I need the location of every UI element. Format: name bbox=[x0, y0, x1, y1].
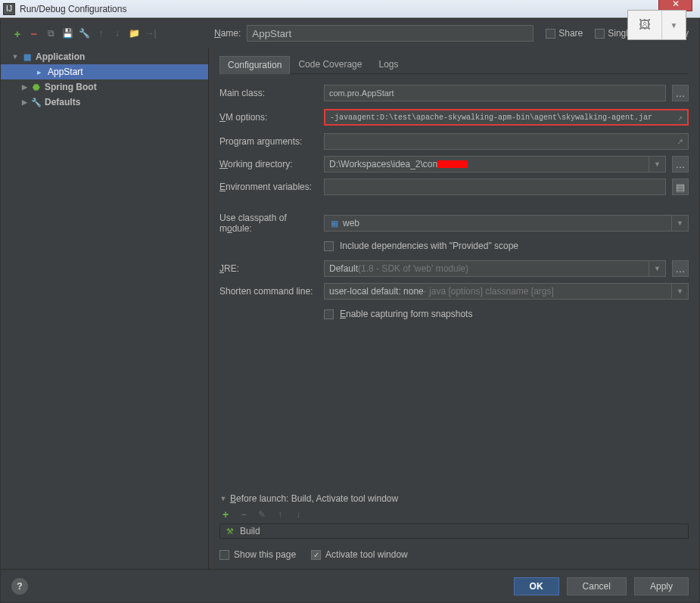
tree-label: Spring Boot bbox=[45, 82, 97, 92]
enable-capture-checkbox[interactable] bbox=[324, 309, 334, 319]
name-input[interactable] bbox=[247, 25, 534, 42]
include-deps-label: Include dependencies with "Provided" sco… bbox=[340, 241, 518, 251]
module-icon: ▦ bbox=[329, 218, 340, 228]
remove-config-button[interactable]: − bbox=[28, 27, 40, 39]
before-launch-header[interactable]: ▼ Before launch: Build, Activate tool wi… bbox=[219, 493, 689, 504]
working-dir-input[interactable]: D:\Workspaces\idea_2\con▼ bbox=[324, 156, 666, 173]
defaults-icon: 🔧 bbox=[31, 97, 42, 107]
before-launch-list[interactable]: ⚒ Build bbox=[219, 524, 689, 539]
show-page-checkbox[interactable] bbox=[219, 550, 229, 560]
application-icon: ▦ bbox=[22, 51, 33, 62]
window-title: Run/Debug Configurations bbox=[20, 4, 126, 14]
working-dir-label: Working directory: bbox=[219, 159, 318, 169]
edit-task-button[interactable]: ✎ bbox=[256, 508, 268, 521]
share-checkbox[interactable] bbox=[546, 29, 555, 39]
share-label: Share bbox=[558, 28, 583, 39]
main-class-label: Main class: bbox=[219, 88, 318, 98]
save-config-button[interactable]: 💾 bbox=[61, 27, 73, 39]
add-task-button[interactable]: + bbox=[219, 508, 232, 521]
run-config-icon: ▸ bbox=[34, 67, 45, 77]
activate-tool-checkbox[interactable] bbox=[311, 550, 321, 560]
remove-task-button[interactable]: − bbox=[238, 508, 250, 521]
jre-dropdown[interactable]: Default (1.8 - SDK of 'web' module)▼ bbox=[324, 260, 666, 277]
vm-options-label: VM options: bbox=[219, 112, 318, 123]
titlebar: IJ Run/Debug Configurations ✕ bbox=[0, 0, 700, 18]
expand-arrow-icon: ▼ bbox=[219, 495, 227, 502]
program-args-input[interactable]: ↗ bbox=[324, 133, 689, 150]
collapse-arrow-icon: ▶ bbox=[20, 83, 28, 91]
browse-jre-button[interactable]: … bbox=[672, 260, 689, 277]
tab-logs[interactable]: Logs bbox=[370, 55, 406, 73]
include-deps-checkbox[interactable] bbox=[324, 241, 334, 251]
show-page-label: Show this page bbox=[234, 549, 296, 560]
spring-boot-icon: ⬣ bbox=[31, 82, 42, 92]
config-toolbar: + − ⧉ 💾 🔧 ↑ ↓ 📁 →| bbox=[11, 27, 208, 39]
main-class-input[interactable]: com.pro.AppStart bbox=[324, 85, 666, 101]
move-up-button[interactable]: ↑ bbox=[95, 27, 107, 39]
help-button[interactable]: ? bbox=[11, 578, 28, 595]
classpath-dropdown[interactable]: ▦web▼ bbox=[324, 215, 689, 232]
program-args-label: Program arguments: bbox=[219, 136, 318, 147]
app-icon: IJ bbox=[3, 3, 15, 15]
move-down-button[interactable]: ↓ bbox=[111, 27, 123, 39]
before-launch-section: ▼ Before launch: Build, Activate tool wi… bbox=[219, 493, 689, 566]
config-tabs: Configuration Code Coverage Logs bbox=[219, 55, 689, 74]
tree-node-spring-boot[interactable]: ▶ ⬣ Spring Boot bbox=[1, 79, 208, 95]
tree-node-appstart[interactable]: ▸ AppStart bbox=[1, 64, 208, 79]
chevron-down-icon: ▼ bbox=[649, 261, 661, 276]
tree-node-application[interactable]: ▼ ▦ Application bbox=[1, 49, 208, 64]
add-config-button[interactable]: + bbox=[11, 27, 23, 39]
expand-arrow-icon: ▼ bbox=[11, 53, 19, 61]
env-vars-label: Environment variables: bbox=[219, 182, 318, 192]
before-launch-title: Before launch: Build, Activate tool wind… bbox=[230, 493, 398, 504]
overlay-widget: 🖼 ▼ bbox=[627, 10, 686, 40]
edit-defaults-button[interactable]: 🔧 bbox=[78, 27, 90, 39]
config-tree: ▼ ▦ Application ▸ AppStart ▶ ⬣ Spring Bo… bbox=[1, 48, 209, 569]
vm-options-input[interactable]: -javaagent:D:\test\apache-skywalking-apm… bbox=[324, 109, 689, 126]
chevron-down-icon: ▼ bbox=[649, 157, 661, 172]
chevron-down-icon: ▼ bbox=[671, 284, 683, 299]
tab-configuration[interactable]: Configuration bbox=[219, 56, 290, 74]
build-icon: ⚒ bbox=[225, 526, 235, 536]
folder-button[interactable]: 📁 bbox=[128, 27, 140, 39]
jre-label: JRE: bbox=[219, 263, 318, 274]
name-label: Name: bbox=[214, 28, 241, 39]
tab-code-coverage[interactable]: Code Coverage bbox=[290, 55, 370, 73]
chevron-down-icon[interactable]: ▼ bbox=[662, 11, 686, 39]
ok-button[interactable]: OK bbox=[514, 577, 559, 595]
build-task-label: Build bbox=[240, 526, 260, 536]
shorten-dropdown[interactable]: user-local default: none - java [options… bbox=[324, 283, 689, 300]
tree-label: Application bbox=[36, 51, 85, 62]
activate-tool-label: Activate tool window bbox=[325, 549, 408, 560]
collapse-arrow-icon: ▶ bbox=[20, 98, 28, 106]
tree-label: AppStart bbox=[48, 67, 83, 77]
chevron-down-icon: ▼ bbox=[671, 216, 683, 231]
copy-config-button[interactable]: ⧉ bbox=[45, 27, 57, 39]
redacted-text bbox=[437, 160, 468, 168]
classpath-label: Use classpath of module: bbox=[219, 213, 318, 234]
env-vars-input[interactable] bbox=[324, 179, 666, 195]
single-instance-checkbox[interactable] bbox=[595, 29, 605, 39]
cancel-button[interactable]: Cancel bbox=[567, 577, 627, 595]
collapse-button[interactable]: →| bbox=[145, 27, 157, 39]
browse-working-dir-button[interactable]: … bbox=[672, 156, 689, 173]
browse-main-class-button[interactable]: … bbox=[672, 85, 689, 101]
apply-button[interactable]: Apply bbox=[634, 577, 689, 595]
enable-capture-label: Enable capturing form snapshots bbox=[340, 309, 472, 319]
tree-node-defaults[interactable]: ▶ 🔧 Defaults bbox=[1, 95, 208, 110]
edit-env-vars-button[interactable]: ▤ bbox=[672, 179, 689, 195]
expand-icon[interactable]: ↗ bbox=[677, 113, 683, 123]
move-task-down-button[interactable]: ↓ bbox=[292, 508, 304, 521]
expand-icon[interactable]: ↗ bbox=[677, 137, 683, 147]
move-task-up-button[interactable]: ↑ bbox=[274, 508, 286, 521]
tree-label: Defaults bbox=[45, 97, 80, 107]
shorten-label: Shorten command line: bbox=[219, 286, 318, 297]
image-icon[interactable]: 🖼 bbox=[628, 11, 662, 39]
